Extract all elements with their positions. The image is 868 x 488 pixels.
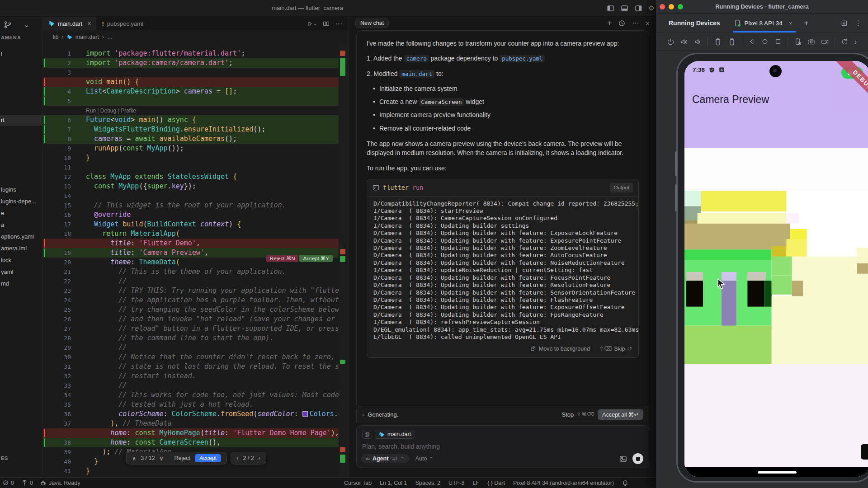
code-line[interactable]: 22 // (43, 277, 349, 286)
status-item[interactable]: Cursor Tab (344, 480, 372, 486)
device-screen[interactable]: 7:36 A DEBUG Camera Preview (684, 61, 868, 477)
code-line[interactable]: 13 const MyApp({super.key}); (43, 182, 349, 191)
kebab-menu-icon[interactable]: ⋮ (855, 19, 862, 27)
file-item[interactable]: lugins (1, 186, 16, 193)
next-diff-icon[interactable]: ∨ (159, 455, 163, 462)
code-line[interactable]: 29 // (43, 343, 349, 352)
stop-generation-button[interactable] (632, 453, 643, 464)
agent-mode-selector[interactable]: ∞ Agent ⌘I ⌃ (361, 454, 409, 463)
more-toolbar-chevron-icon[interactable]: › (854, 38, 857, 46)
code-line[interactable]: 6Future<void> main() async { (43, 115, 349, 125)
volume-up-icon[interactable] (680, 38, 688, 46)
file-explorer-sidebar[interactable]: ⌄ AMERA lrtluginslugins-depe...eaoptions… (0, 17, 43, 477)
toggle-panel-icon[interactable] (621, 5, 628, 12)
source-control-icon[interactable] (4, 21, 12, 29)
code-line[interactable]: 28 // the command line to start the app)… (43, 333, 349, 343)
code-line[interactable]: 27 // reload" button in a Flutter-suppor… (43, 324, 349, 333)
code-line[interactable]: 33 // (43, 381, 349, 390)
code-line[interactable]: 5 (43, 96, 349, 106)
code-line[interactable]: 36 colorScheme: ColorScheme.fromSeed(see… (43, 409, 349, 419)
status-item[interactable]: Spaces: 2 (415, 480, 440, 486)
screenshot-camera-icon[interactable] (807, 38, 815, 46)
file-item[interactable]: l (1, 51, 2, 57)
reject-all-button[interactable]: Reject (175, 455, 190, 461)
file-item[interactable]: lock (1, 257, 11, 263)
emulator-titlebar[interactable]: Running Devices - flutter_camera (656, 0, 868, 14)
chat-input-placeholder[interactable]: Plan, search, build anything (362, 443, 643, 450)
chat-input-box[interactable]: @ main.dart Plan, search, build anything… (356, 425, 649, 468)
device-settings-icon[interactable] (794, 38, 802, 46)
code-editor[interactable]: 1import 'package:flutter/material.dart';… (43, 43, 349, 477)
chat-title[interactable]: New chat (355, 19, 389, 28)
gesture-handle[interactable] (758, 471, 797, 474)
java-status[interactable]: Java: Ready (40, 480, 80, 486)
breadcrumb-item[interactable]: lib (53, 34, 59, 40)
code-line[interactable]: 12class MyApp extends StatelessWidget { (43, 172, 349, 182)
history-icon[interactable] (618, 20, 625, 27)
file-item[interactable]: lugins-depe... (1, 198, 36, 205)
code-line[interactable]: title: 'Flutter Demo', (43, 239, 349, 248)
volume-down-icon[interactable] (694, 38, 702, 46)
code-line[interactable]: 37 ), // ThemeData (43, 419, 349, 428)
snapshot-reset-icon[interactable] (841, 38, 849, 46)
file-item[interactable]: yaml (1, 268, 13, 275)
code-line[interactable]: void main() { (43, 77, 349, 87)
breadcrumb[interactable]: lib › main.dart › … (43, 30, 349, 43)
file-item[interactable]: md (1, 280, 9, 287)
more-options-icon[interactable]: ⋯ (632, 19, 639, 27)
status-item[interactable]: { } Dart (487, 480, 505, 486)
prev-diff-icon[interactable]: ∧ (132, 455, 136, 462)
code-line[interactable]: 31 // state is not lost during the reloa… (43, 362, 349, 371)
code-line[interactable]: 1import 'package:flutter/material.dart'; (43, 49, 349, 58)
problems-errors[interactable]: 0 (3, 480, 14, 486)
code-line[interactable]: 11 (43, 163, 349, 172)
code-line[interactable]: 17 Widget build(BuildContext context) { (43, 220, 349, 229)
code-line[interactable]: 41} (43, 466, 349, 476)
file-item[interactable]: rt (1, 117, 5, 123)
toggle-sidebar-icon[interactable] (607, 5, 614, 12)
screen-record-icon[interactable] (821, 38, 829, 46)
output-toggle[interactable]: Output (610, 183, 633, 192)
status-item[interactable]: LF (472, 480, 479, 486)
bell-icon[interactable] (622, 480, 628, 486)
code-line[interactable]: 16 @override (43, 210, 349, 220)
chevron-down-icon[interactable]: ⌄ (24, 20, 29, 29)
model-selector[interactable]: Auto⌃ (415, 455, 434, 462)
code-line[interactable]: home: const MyHomePage(title: 'Flutter D… (43, 428, 349, 438)
code-line[interactable]: 2import 'package:camera/camera.dart'; (43, 58, 349, 68)
accept-all-button[interactable]: Accept all ⌘↵ (598, 409, 643, 420)
rotate-suggestion-button[interactable] (861, 444, 868, 460)
minimize-window-button[interactable] (669, 4, 674, 9)
file-item[interactable]: a (1, 221, 4, 228)
code-line[interactable]: 15 // This widget is the root of your ap… (43, 201, 349, 210)
home-icon[interactable] (761, 38, 769, 45)
status-item[interactable]: Ln 1, Col 1 (380, 480, 407, 486)
tab-main-dart[interactable]: main.dart × (43, 17, 96, 30)
more-actions-icon[interactable]: ⋯ (335, 19, 342, 28)
file-item[interactable]: options.yaml (1, 233, 34, 240)
embed-window-icon[interactable] (841, 20, 848, 27)
split-editor-icon[interactable] (323, 20, 330, 27)
code-line[interactable]: 26 // and then invoke "hot reload" (save… (43, 314, 349, 324)
status-item[interactable]: Pixel 8 API 34 (android-arm64 emulator) (513, 480, 614, 486)
code-line[interactable]: 3 (43, 68, 349, 77)
device-tab-pixel8[interactable]: Pixel 8 API 34 × (734, 19, 793, 27)
explorer-section-label[interactable]: AMERA (1, 35, 21, 40)
tab-pubspec-yaml[interactable]: ! pubspec.yaml (96, 17, 149, 30)
next-file-icon[interactable]: › (259, 455, 260, 461)
accept-change-button[interactable]: Accept ⌘Y (299, 255, 333, 262)
code-line[interactable]: 35 // tested with just a hot reload. (43, 400, 349, 409)
run-button[interactable]: ⌄ (307, 20, 317, 27)
context-file-chip[interactable]: main.dart (375, 430, 415, 439)
code-line[interactable]: 25 // try changing the seedColor in the … (43, 305, 349, 314)
settings-gear-icon[interactable]: ⚙ (649, 4, 655, 12)
code-line[interactable]: 23 // TRY THIS: Try running your applica… (43, 286, 349, 296)
code-line[interactable]: 10} (43, 153, 349, 163)
attach-image-icon[interactable] (619, 455, 627, 463)
code-line[interactable]: 7 WidgetsFlutterBinding.ensureInitialize… (43, 125, 349, 134)
back-icon[interactable] (748, 38, 755, 45)
add-device-icon[interactable]: + (804, 19, 809, 28)
code-lens[interactable]: Run | Debug | Profile (43, 106, 349, 115)
code-line[interactable]: 9 runApp(const MyApp()); (43, 144, 349, 153)
close-device-tab-icon[interactable]: × (789, 20, 793, 27)
